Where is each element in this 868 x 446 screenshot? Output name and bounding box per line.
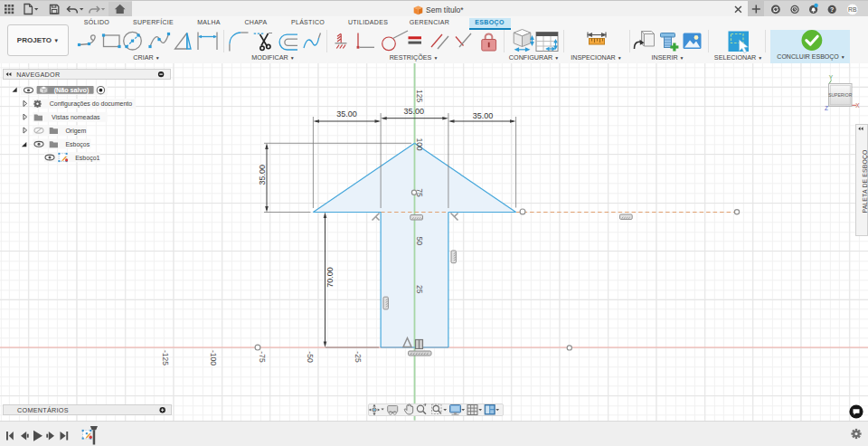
svg-text:(Não salvo): (Não salvo) bbox=[54, 86, 90, 94]
svg-text:-125: -125 bbox=[161, 350, 170, 365]
svg-text:Origem: Origem bbox=[65, 128, 86, 135]
svg-text:35.00: 35.00 bbox=[336, 109, 357, 119]
svg-text:-100: -100 bbox=[209, 350, 218, 365]
svg-text:-25: -25 bbox=[354, 351, 363, 363]
svg-text:Configurações do documento: Configurações do documento bbox=[50, 100, 133, 108]
svg-text:35.00: 35.00 bbox=[403, 107, 424, 116]
svg-text:50: 50 bbox=[415, 237, 424, 246]
svg-text:NAVEGADOR: NAVEGADOR bbox=[16, 71, 60, 79]
svg-text:-50: -50 bbox=[306, 351, 315, 363]
svg-text:Vistas nomeadas: Vistas nomeadas bbox=[52, 114, 100, 120]
svg-text:?: ? bbox=[830, 6, 834, 13]
svg-text:Esboço1: Esboço1 bbox=[75, 155, 99, 162]
svg-text:70.00: 70.00 bbox=[326, 267, 335, 288]
svg-text:RB: RB bbox=[848, 6, 857, 13]
svg-text:-75: -75 bbox=[258, 351, 267, 363]
svg-text:25: 25 bbox=[415, 285, 424, 294]
svg-text:35.00: 35.00 bbox=[473, 111, 494, 120]
svg-text:35.00: 35.00 bbox=[258, 165, 267, 185]
svg-text:100: 100 bbox=[415, 138, 424, 150]
svg-text:125: 125 bbox=[415, 90, 424, 102]
svg-text:Esboços: Esboços bbox=[65, 141, 90, 148]
